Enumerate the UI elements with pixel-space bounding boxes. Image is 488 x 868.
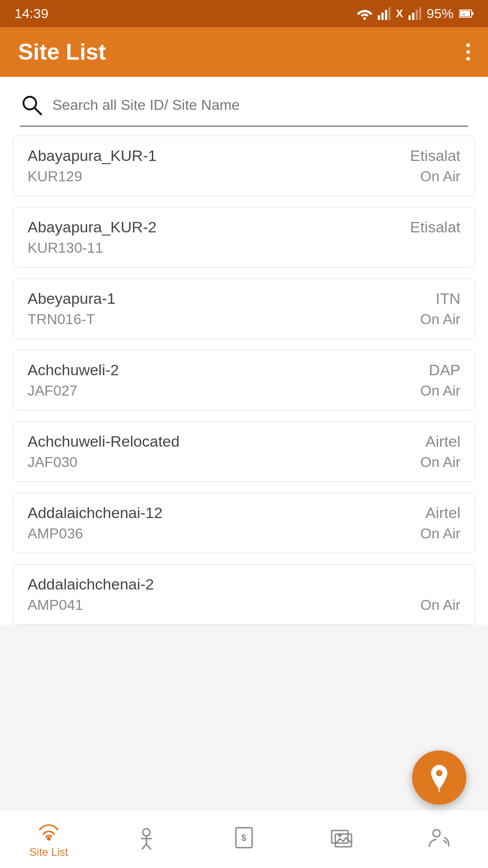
site-status: On Air [420,597,460,613]
battery-icon: + [459,9,474,18]
user-voice-nav-icon [427,826,451,849]
search-bar [20,93,468,127]
list-item[interactable]: Abayapura_KUR-1 Etisalat KUR129 On Air [13,136,475,196]
nav-item-gallery[interactable] [293,826,390,852]
site-id: JAF027 [28,382,77,399]
status-icons-group: X 95% + [357,6,474,21]
svg-line-21 [142,844,146,849]
svg-point-0 [363,17,366,20]
svg-rect-2 [381,13,384,20]
site-name: Abeyapura-1 [28,290,116,307]
svg-line-22 [146,844,151,849]
nav-item-billing[interactable]: $ [195,826,293,852]
search-icon [20,93,43,117]
svg-text:+: + [463,12,465,17]
site-status: On Air [420,525,460,542]
svg-rect-3 [385,10,387,20]
svg-rect-8 [419,7,421,20]
nav-item-person[interactable] [98,826,195,852]
list-item[interactable]: Addalaichchenai-2 AMP041 On Air [13,564,475,625]
svg-line-14 [34,108,41,114]
svg-point-17 [47,837,51,840]
gallery-nav-icon [330,826,353,849]
wifi-status-icon [357,7,372,20]
svg-rect-5 [408,15,411,20]
search-input[interactable] [52,97,468,113]
svg-point-18 [143,829,150,836]
list-item[interactable]: Addalaichchenai-12 Airtel AMP036 On Air [13,493,475,553]
svg-point-28 [433,830,440,837]
site-name: Abayapura_KUR-2 [28,218,156,236]
battery-percent: 95% [427,6,454,21]
status-bar: 14:39 X 95% + [0,0,488,27]
list-item[interactable]: Achchuweli-2 DAP JAF027 On Air [13,350,475,410]
site-status: On Air [420,311,460,328]
site-operator: Etisalat [410,147,461,165]
site-id: AMP036 [28,525,83,542]
person-nav-icon [135,826,158,849]
site-status: On Air [420,382,460,399]
site-id: AMP041 [28,597,83,613]
nav-item-site-list[interactable]: Site List [0,820,98,859]
svg-rect-1 [378,15,380,20]
site-status: On Air [420,168,460,185]
svg-rect-7 [416,10,418,20]
app-bar: Site List [0,27,488,77]
site-operator: ITN [436,290,460,307]
site-name: Achchuweli-Relocated [28,433,179,450]
site-status: On Air [420,454,460,471]
status-time: 14:39 [14,6,48,21]
svg-rect-6 [412,13,414,20]
site-id: TRN016-T [28,311,95,328]
nav-item-user-voice[interactable] [390,826,488,852]
site-name: Achchuweli-2 [28,361,119,379]
location-fab-button[interactable] [412,750,466,805]
site-id: KUR130-11 [28,240,103,256]
site-name: Addalaichchenai-12 [28,504,163,522]
wifi-nav-icon [37,820,61,843]
signal2-icon [408,7,421,20]
svg-point-15 [436,770,442,776]
svg-rect-4 [389,7,390,20]
list-item[interactable]: Achchuweli-Relocated Airtel JAF030 On Ai… [13,421,475,482]
site-operator: Airtel [426,504,460,522]
site-id: KUR129 [28,168,82,185]
site-operator: DAP [429,361,460,379]
site-name: Abayapura_KUR-1 [28,147,156,165]
x-label: X [396,7,403,20]
svg-text:$: $ [241,833,246,843]
page-title: Site List [18,39,106,65]
list-item[interactable]: Abeyapura-1 ITN TRN016-T On Air [13,278,475,339]
svg-point-27 [338,833,342,837]
more-options-button[interactable] [466,43,470,61]
site-name: Addalaichchenai-2 [28,576,154,593]
svg-rect-11 [472,12,474,15]
nav-label-site-list: Site List [29,846,68,859]
site-operator: Airtel [426,433,460,450]
site-id: JAF030 [28,454,77,471]
search-container [0,77,488,127]
bottom-navigation: Site List $ [0,809,488,868]
site-operator: Etisalat [410,218,461,236]
list-item[interactable]: Abayapura_KUR-2 Etisalat KUR130-11 [13,207,475,268]
site-list-container: Abayapura_KUR-1 Etisalat KUR129 On Air A… [0,127,488,625]
billing-nav-icon: $ [232,826,256,849]
signal-icon [378,7,390,20]
